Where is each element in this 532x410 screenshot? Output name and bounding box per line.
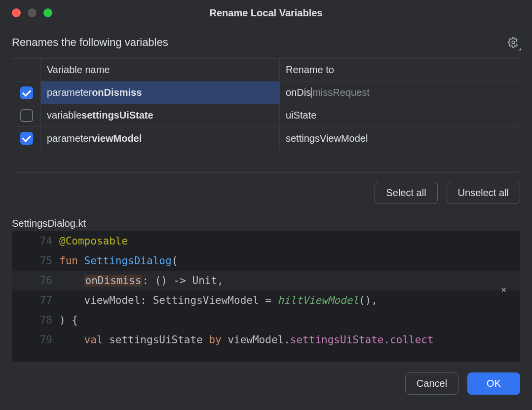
ok-button[interactable]: OK	[467, 372, 520, 395]
line-number: 77	[12, 290, 59, 310]
code-line: 76 onDismiss: () -> Unit,	[12, 271, 520, 290]
select-all-button[interactable]: Select all	[375, 182, 437, 204]
table-row[interactable]: parameter onDismissonDismissRequest	[12, 82, 520, 104]
code-preview: 74@Composable75fun SettingsDialog(76 onD…	[12, 231, 520, 362]
variable-name-cell[interactable]: parameter viewModel	[41, 127, 280, 150]
table-row[interactable]: parameter viewModelsettingsViewModel	[12, 127, 520, 150]
gear-icon[interactable]	[506, 36, 520, 49]
table-row[interactable]: variable settingsUiStateuiState	[12, 104, 520, 127]
svg-point-0	[512, 41, 515, 44]
window-title: Rename Local Variables	[0, 7, 532, 19]
col-header-name: Variable name	[41, 59, 280, 81]
code-line: 78) {	[12, 310, 520, 330]
rename-to-cell[interactable]: settingsViewModel	[280, 127, 520, 150]
line-number: 79	[12, 330, 59, 350]
titlebar: Rename Local Variables	[0, 0, 532, 26]
maximize-window-button[interactable]	[43, 8, 52, 17]
variable-name-cell[interactable]: parameter onDismiss	[41, 82, 280, 104]
row-checkbox[interactable]	[20, 132, 33, 145]
rename-to-cell[interactable]: uiState	[280, 104, 520, 126]
preview-filename: SettingsDialog.kt	[12, 218, 520, 229]
dialog-heading: Renames the following variables	[12, 36, 168, 49]
line-number: 74	[12, 231, 59, 251]
table-header: Variable name Rename to	[12, 59, 520, 82]
traffic-lights	[0, 8, 52, 17]
close-window-button[interactable]	[12, 8, 21, 17]
line-number: 78	[12, 310, 59, 330]
row-checkbox[interactable]	[20, 109, 33, 122]
cancel-button[interactable]: Cancel	[405, 372, 458, 395]
line-number: 75	[12, 251, 59, 271]
row-checkbox[interactable]	[20, 86, 33, 99]
rename-to-cell[interactable]: onDismissRequest	[280, 82, 520, 104]
variables-table: Variable name Rename to parameter onDism…	[12, 58, 520, 173]
variable-name-cell[interactable]: variable settingsUiState	[41, 104, 280, 126]
code-line: 74@Composable	[12, 231, 520, 251]
code-line: 79 val settingsUiState by viewModel.sett…	[12, 330, 520, 350]
line-number: 76	[12, 271, 59, 290]
close-icon[interactable]: ✕	[501, 280, 506, 299]
code-line: 77 viewModel: SettingsViewModel = hiltVi…	[12, 290, 520, 310]
unselect-all-button[interactable]: Unselect all	[447, 182, 520, 204]
code-line: 75fun SettingsDialog(	[12, 251, 520, 271]
minimize-window-button[interactable]	[28, 8, 37, 17]
col-header-rename: Rename to	[280, 59, 520, 81]
table-empty-row	[12, 150, 520, 172]
